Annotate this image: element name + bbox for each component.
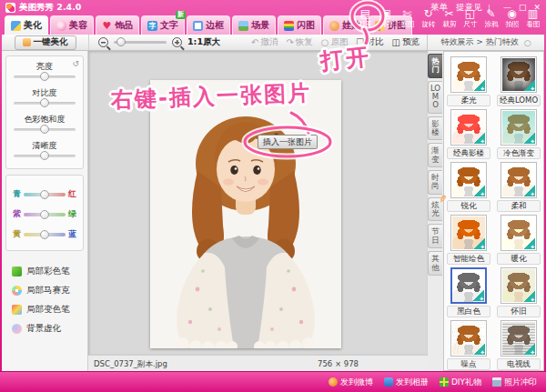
effect-item[interactable]: 暖化 — [495, 215, 542, 265]
share-label: 发到微博 — [340, 377, 373, 388]
tool-label: 局部马赛克 — [26, 285, 70, 297]
tab-item[interactable]: 边框 — [187, 15, 230, 35]
insert-image-button[interactable]: 插入一张图片 — [258, 135, 318, 149]
effect-item[interactable]: 黑白色 — [445, 267, 492, 317]
slider-thumb[interactable] — [40, 151, 49, 160]
effect-thumbnail[interactable] — [450, 109, 487, 146]
toolbar-button-label: 旋转 — [421, 20, 435, 29]
panel-settings-icon[interactable]: ○ — [524, 38, 531, 47]
effect-thumbnail[interactable] — [500, 215, 537, 251]
toolbar-button[interactable]: ◉ 拍照 — [501, 3, 522, 33]
effect-thumbnail[interactable] — [450, 162, 487, 198]
slider-track[interactable] — [14, 155, 76, 157]
effect-label: 柔光 — [447, 95, 490, 106]
share-link[interactable]: 发到微博 — [329, 377, 373, 388]
effect-thumbnail[interactable] — [500, 320, 537, 357]
tab-item[interactable]: ♥ 饰品 — [96, 15, 139, 35]
effect-item[interactable]: 噪点 — [445, 320, 492, 370]
effect-category-tab[interactable]: 节日 — [428, 224, 442, 248]
color-slider-thumb[interactable] — [40, 210, 49, 219]
local-tool-item[interactable]: 局部变色笔 — [2, 300, 87, 319]
slider-thumb[interactable] — [40, 72, 49, 81]
local-tint-pen-icon — [12, 305, 22, 315]
auto-beautify-button[interactable]: 一键美化 — [15, 35, 76, 50]
tab-item[interactable]: 字 文字 新 — [141, 15, 185, 35]
color-slider-track[interactable] — [24, 193, 66, 196]
slider-track[interactable] — [14, 128, 76, 131]
effect-thumbnail[interactable] — [450, 215, 487, 251]
toolbar-button[interactable]: ✎ 涂鸦 — [480, 3, 501, 33]
toolbar-button[interactable]: ▥ 看图 — [522, 3, 543, 33]
color-slider-track[interactable] — [24, 233, 66, 236]
slider-thumb[interactable] — [40, 98, 49, 107]
toolbar-button[interactable]: ▣ 保存 — [376, 3, 397, 33]
effect-item[interactable]: 经典LOMO — [495, 56, 542, 106]
tab-item[interactable]: 闪图 — [278, 15, 321, 35]
color-slider-row: 青 红 — [13, 188, 76, 200]
effect-thumbnail[interactable] — [450, 56, 487, 93]
effect-category-tab[interactable]: LOMO — [428, 81, 442, 114]
effect-category-tab[interactable]: 其他 — [428, 251, 442, 276]
effect-category-tab[interactable]: 影楼 — [428, 116, 442, 141]
effect-thumbnail[interactable] — [450, 320, 487, 357]
tab-item[interactable]: 美化 — [5, 15, 48, 35]
zoom-out-icon[interactable] — [98, 37, 108, 47]
history-button[interactable]: ❏对比 — [357, 36, 384, 48]
history-label: 撤消 — [260, 36, 278, 48]
toolbar-button[interactable]: ◱ 尺寸 — [460, 3, 480, 33]
photo-preview[interactable] — [150, 80, 341, 348]
rotate-icon: ↻ — [423, 7, 432, 20]
effect-item[interactable]: 柔光 — [445, 56, 492, 106]
effect-thumbnail[interactable] — [500, 162, 537, 198]
effect-category-tab[interactable]: 炫光 — [428, 197, 442, 222]
local-tool-item[interactable]: 局部马赛克 — [2, 281, 87, 300]
effect-thumbnail[interactable] — [500, 267, 537, 304]
effect-item[interactable]: 经典影楼 — [445, 109, 492, 159]
history-button[interactable]: ↷恢复 — [286, 36, 312, 48]
doodle-icon: ✎ — [486, 7, 495, 20]
effect-item[interactable]: 智能绘色 — [445, 215, 492, 265]
slider-track[interactable] — [14, 102, 76, 105]
effect-item[interactable]: 冷色渐变 — [495, 109, 542, 159]
history-button[interactable]: ◫预览 — [392, 36, 420, 48]
reset-icon[interactable]: ↺ — [72, 59, 79, 68]
effect-category-tab[interactable]: 渐变 — [428, 143, 442, 167]
effect-category-tab[interactable]: 时尚 — [428, 170, 442, 195]
share-link[interactable]: 照片冲印 — [492, 377, 537, 388]
share-link[interactable]: DIY礼物 — [440, 377, 481, 388]
color-balance-group: 青 红 紫 绿 黄 蓝 — [5, 175, 84, 251]
effect-thumbnail[interactable] — [500, 56, 537, 93]
tab-item[interactable]: 场景 — [232, 15, 276, 35]
effect-item[interactable]: 锐化 — [445, 162, 492, 212]
slider-track[interactable] — [14, 75, 76, 78]
tab-item[interactable]: 美容 — [50, 15, 94, 35]
color-slider-thumb[interactable] — [40, 190, 49, 199]
share-link[interactable]: 发到相册 — [384, 377, 429, 388]
effect-category-tab[interactable]: 热门 — [428, 54, 442, 78]
toolbar-button[interactable]: ✂ 裁剪 — [439, 3, 460, 33]
local-tool-item[interactable]: 局部彩色笔 — [2, 262, 87, 281]
effect-thumbnail[interactable] — [500, 109, 537, 146]
history-button[interactable]: ○原图 — [321, 36, 349, 48]
editing-canvas[interactable] — [88, 51, 428, 355]
toolbar-button[interactable]: ↻ 旋转 — [418, 3, 439, 33]
zoom-level-label[interactable]: 1:1原大 — [187, 36, 220, 48]
adjustable-badge-icon — [523, 79, 535, 91]
effect-item[interactable]: 柔和 — [495, 162, 542, 212]
effect-item[interactable]: 电视线 — [495, 320, 542, 370]
zoom-slider[interactable] — [114, 41, 167, 44]
toolbar-button[interactable]: ▤ 打开 — [355, 3, 376, 33]
effect-thumbnail[interactable] — [450, 267, 487, 304]
slider-thumb[interactable] — [40, 125, 49, 134]
frame-icon — [193, 21, 203, 31]
zoom-in-icon[interactable] — [172, 37, 182, 47]
local-tool-item[interactable]: 背景虚化 — [2, 319, 87, 338]
color-slider-track[interactable] — [24, 213, 66, 216]
toolbar-button[interactable]: ✄ 抠图 — [397, 3, 418, 33]
color-slider-thumb[interactable] — [40, 230, 49, 239]
zoom-slider-thumb[interactable] — [116, 37, 126, 46]
category-label: 炫光 — [431, 200, 440, 217]
adjust-slider-row: 清晰度 — [13, 140, 76, 157]
history-button[interactable]: ↶撤消 — [251, 36, 278, 48]
effect-item[interactable]: 怀旧 — [495, 267, 542, 317]
